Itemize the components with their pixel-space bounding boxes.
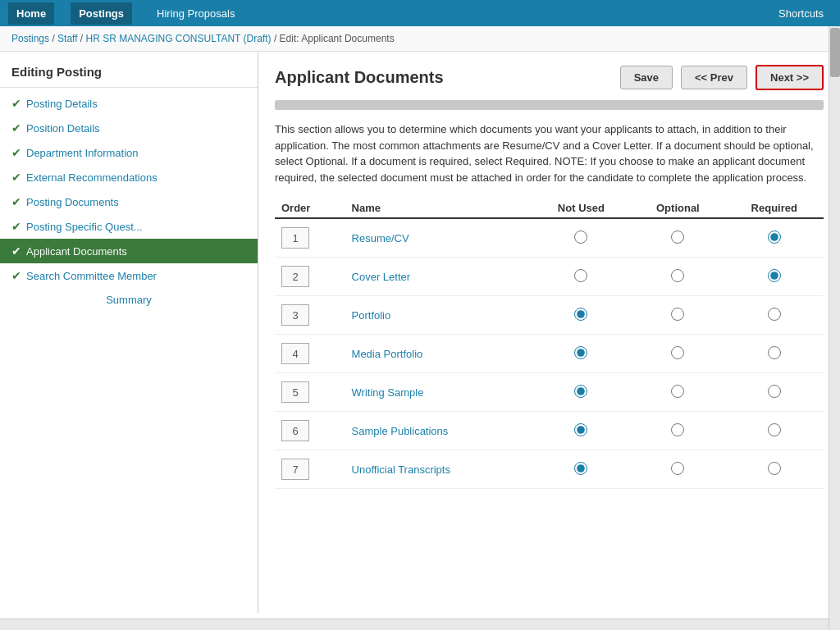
- col-optional: Optional: [631, 199, 724, 218]
- order-box: 2: [281, 266, 309, 287]
- save-button[interactable]: Save: [620, 66, 673, 89]
- doc-name: Sample Publications: [352, 425, 449, 437]
- radio-not-used[interactable]: [574, 231, 587, 244]
- order-box: 7: [281, 459, 309, 480]
- doc-name: Unofficial Transcripts: [352, 463, 450, 476]
- nav-hiring-proposals[interactable]: Hiring Proposals: [148, 2, 243, 25]
- optional-cell: [631, 258, 724, 296]
- sidebar-item-applicant-documents[interactable]: ✔ Applicant Documents: [0, 239, 258, 263]
- radio-optional[interactable]: [671, 462, 684, 475]
- main-layout: Editing Posting ✔ Posting Details ✔ Posi…: [0, 52, 840, 613]
- sidebar-item-search-committee-member[interactable]: ✔ Search Committee Member: [0, 263, 258, 288]
- required-cell: [725, 335, 824, 373]
- table-row: 4Media Portfolio: [275, 335, 824, 373]
- radio-required[interactable]: [768, 231, 781, 244]
- table-row: 7Unofficial Transcripts: [275, 450, 824, 489]
- radio-required[interactable]: [768, 269, 781, 282]
- not-used-cell: [532, 412, 632, 450]
- vertical-scrollbar[interactable]: [829, 26, 840, 630]
- sidebar-item-label: Department Information: [26, 147, 139, 159]
- breadcrumb-posting-name[interactable]: HR SR MANAGING CONSULTANT (Draft): [86, 33, 272, 44]
- sidebar-summary-label: Summary: [106, 294, 152, 306]
- order-box: 1: [281, 227, 309, 249]
- radio-required[interactable]: [768, 462, 781, 475]
- col-not-used: Not Used: [532, 199, 632, 218]
- optional-cell: [631, 412, 724, 450]
- radio-required[interactable]: [768, 308, 781, 321]
- not-used-cell: [532, 296, 632, 335]
- required-cell: [725, 450, 824, 489]
- check-icon: ✔: [11, 146, 21, 159]
- radio-required[interactable]: [768, 423, 781, 436]
- table-row: 2Cover Letter: [275, 258, 824, 296]
- nav-shortcuts[interactable]: Shortcuts: [770, 2, 832, 25]
- not-used-cell: [532, 218, 632, 258]
- breadcrumb-staff[interactable]: Staff: [57, 33, 77, 44]
- required-cell: [725, 296, 824, 335]
- radio-not-used[interactable]: [574, 385, 587, 398]
- nav-postings[interactable]: Postings: [71, 2, 132, 25]
- radio-optional[interactable]: [671, 269, 684, 282]
- order-box: 4: [281, 343, 309, 364]
- next-button[interactable]: Next >>: [756, 65, 824, 90]
- radio-optional[interactable]: [671, 423, 684, 436]
- breadcrumb: Postings / Staff / HR SR MANAGING CONSUL…: [0, 26, 840, 52]
- not-used-cell: [532, 335, 632, 373]
- sidebar-item-posting-specific-quest[interactable]: ✔ Posting Specific Quest...: [0, 214, 258, 239]
- radio-not-used[interactable]: [574, 308, 587, 321]
- order-cell: 2: [275, 258, 345, 296]
- required-cell: [725, 258, 824, 296]
- sidebar-item-label: Position Details: [26, 122, 100, 135]
- nav-home[interactable]: Home: [8, 2, 54, 25]
- check-icon: ✔: [11, 195, 21, 208]
- order-cell: 1: [275, 218, 345, 258]
- check-icon: ✔: [11, 244, 21, 258]
- table-header: Order Name Not Used Optional Required: [275, 199, 824, 218]
- radio-optional[interactable]: [671, 346, 684, 359]
- radio-required[interactable]: [768, 346, 781, 359]
- check-icon: ✔: [11, 269, 21, 282]
- check-icon: ✔: [11, 121, 21, 135]
- doc-name: Cover Letter: [352, 271, 411, 283]
- documents-table: Order Name Not Used Optional Required 1R…: [275, 199, 824, 489]
- sidebar-item-position-details[interactable]: ✔ Position Details: [0, 116, 258, 140]
- scrollbar-thumb[interactable]: [830, 28, 840, 77]
- sidebar-item-label: Posting Documents: [26, 196, 119, 208]
- sidebar-item-department-information[interactable]: ✔ Department Information: [0, 140, 258, 165]
- order-cell: 3: [275, 296, 345, 335]
- sidebar-item-posting-details[interactable]: ✔ Posting Details: [0, 91, 258, 116]
- doc-name: Writing Sample: [352, 386, 424, 399]
- required-cell: [725, 412, 824, 450]
- radio-optional[interactable]: [671, 308, 684, 321]
- radio-optional[interactable]: [671, 385, 684, 398]
- breadcrumb-postings[interactable]: Postings: [11, 33, 49, 44]
- table-row: 6Sample Publications: [275, 412, 824, 450]
- sidebar-item-summary[interactable]: Summary: [0, 288, 258, 312]
- prev-button[interactable]: << Prev: [681, 66, 747, 89]
- optional-cell: [631, 450, 724, 489]
- not-used-cell: [532, 450, 632, 489]
- radio-not-used[interactable]: [574, 346, 587, 359]
- horizontal-scrollbar[interactable]: [0, 619, 829, 630]
- order-cell: 4: [275, 335, 345, 373]
- sidebar-item-posting-documents[interactable]: ✔ Posting Documents: [0, 189, 258, 214]
- order-box: 6: [281, 420, 309, 441]
- doc-name-cell: Portfolio: [345, 296, 532, 335]
- table-row: 5Writing Sample: [275, 373, 824, 412]
- optional-cell: [631, 373, 724, 412]
- doc-name-cell: Writing Sample: [345, 373, 532, 412]
- radio-required[interactable]: [768, 385, 781, 398]
- radio-not-used[interactable]: [574, 269, 587, 282]
- radio-not-used[interactable]: [574, 423, 587, 436]
- radio-not-used[interactable]: [574, 462, 587, 475]
- not-used-cell: [532, 373, 632, 412]
- radio-optional[interactable]: [671, 231, 684, 244]
- optional-cell: [631, 296, 724, 335]
- col-required: Required: [725, 199, 824, 218]
- doc-name-cell: Unofficial Transcripts: [345, 450, 532, 489]
- table-row: 3Portfolio: [275, 296, 824, 335]
- progress-bar: [275, 100, 824, 110]
- sidebar-item-external-recommendations[interactable]: ✔ External Recommendations: [0, 165, 258, 189]
- sidebar-item-label: Applicant Documents: [26, 245, 127, 258]
- sidebar-item-label: Search Committee Member: [26, 270, 157, 282]
